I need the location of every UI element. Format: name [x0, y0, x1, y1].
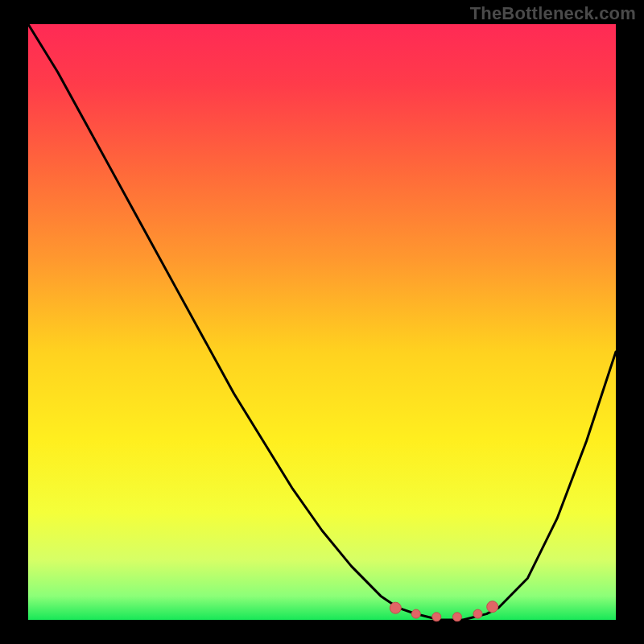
optimal-range-marker [411, 609, 420, 618]
optimal-range-marker [473, 609, 482, 618]
optimal-range-marker [432, 613, 441, 621]
optimal-range-marker [452, 613, 461, 621]
optimal-range-marker [390, 602, 401, 613]
optimal-range-marker [487, 601, 498, 613]
bottleneck-chart [0, 0, 644, 644]
chart-frame: TheBottleneck.com [0, 0, 644, 644]
